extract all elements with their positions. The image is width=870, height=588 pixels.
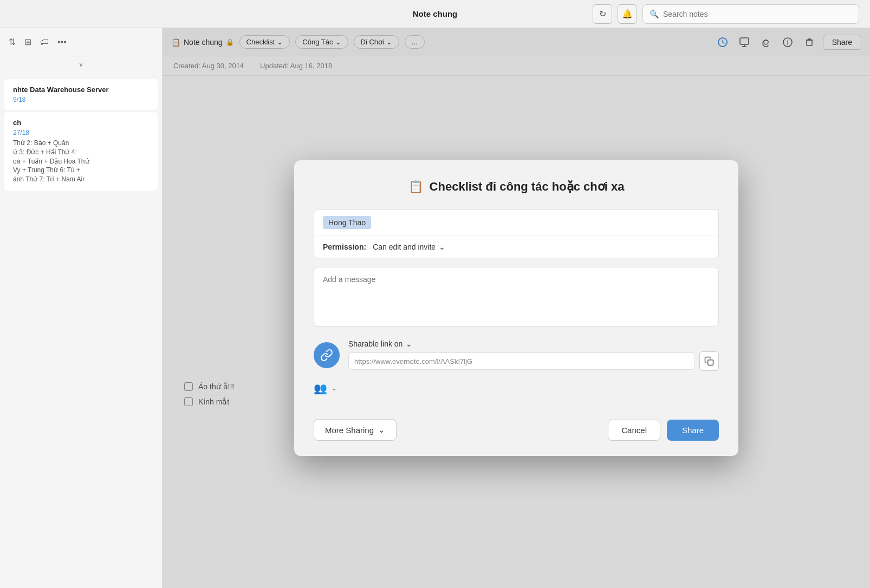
sidebar-toolbar: ⇅ ⊞ 🏷 ••• bbox=[0, 28, 162, 56]
svg-rect-6 bbox=[708, 360, 713, 365]
more-sharing-label: More Sharing bbox=[325, 426, 374, 435]
link-icon bbox=[320, 349, 333, 362]
title-bar: Note chung ↻ 🔔 🔍 bbox=[0, 0, 870, 28]
collapse-button[interactable]: ∨ bbox=[0, 56, 162, 73]
permission-chevron-icon: ⌄ bbox=[439, 243, 445, 251]
modal-footer: More Sharing ⌄ Cancel Share bbox=[314, 408, 719, 441]
more-icon[interactable]: ••• bbox=[57, 37, 67, 47]
message-textarea[interactable] bbox=[314, 267, 719, 326]
note-item-title: ch bbox=[13, 119, 149, 127]
list-item[interactable]: nhte Data Warehouse Server 9/18 bbox=[4, 79, 158, 110]
modal-overlay: 📋 Checklist đi công tác hoặc chơi xa Hon… bbox=[163, 28, 870, 588]
sidebar-content: nhte Data Warehouse Server 9/18 ch 27/18… bbox=[0, 73, 162, 588]
recipient-input-row: Hong Thao bbox=[314, 210, 718, 236]
bell-button[interactable]: 🔔 bbox=[618, 4, 637, 24]
link-icon-circle bbox=[314, 342, 340, 368]
link-url-input[interactable] bbox=[348, 352, 695, 370]
link-content: Sharable link on ⌄ bbox=[348, 339, 719, 371]
more-sharing-button[interactable]: More Sharing ⌄ bbox=[314, 419, 397, 441]
link-copy-button[interactable] bbox=[699, 351, 719, 371]
content-area: 📋 Note chung 🔒 Checklist ⌄ Công Tác ⌄ Đi… bbox=[163, 28, 870, 588]
people-chevron-icon: ⌄ bbox=[332, 384, 337, 392]
recipient-name: Hong Thao bbox=[328, 218, 366, 227]
footer-right: Cancel Share bbox=[608, 420, 719, 441]
note-item-date: 27/18 bbox=[13, 129, 149, 136]
modal-title: 📋 Checklist đi công tác hoặc chơi xa bbox=[314, 180, 719, 194]
link-chevron-icon: ⌄ bbox=[406, 339, 412, 348]
title-bar-right: ↻ 🔔 🔍 bbox=[593, 4, 859, 24]
search-container[interactable]: 🔍 bbox=[642, 4, 859, 24]
recipient-tag[interactable]: Hong Thao bbox=[323, 216, 371, 229]
sync-button[interactable]: ↻ bbox=[593, 4, 612, 24]
link-label[interactable]: Sharable link on ⌄ bbox=[348, 339, 719, 348]
modal-title-icon: 📋 bbox=[408, 180, 423, 194]
permission-row: Permission: Can edit and invite ⌄ bbox=[314, 236, 718, 258]
share-submit-button[interactable]: Share bbox=[667, 420, 719, 441]
note-item-title: nhte Data Warehouse Server bbox=[13, 86, 149, 94]
link-section: Sharable link on ⌄ bbox=[314, 339, 719, 371]
permission-dropdown[interactable]: Can edit and invite ⌄ bbox=[373, 243, 445, 251]
people-icon: 👥 bbox=[314, 382, 327, 395]
search-icon: 🔍 bbox=[650, 10, 659, 18]
share-modal: 📋 Checklist đi công tác hoặc chơi xa Hon… bbox=[294, 160, 738, 456]
modal-title-text: Checklist đi công tác hoặc chơi xa bbox=[430, 180, 625, 194]
recipient-section: Hong Thao Permission: Can edit and invit… bbox=[314, 209, 719, 258]
note-item-date: 9/18 bbox=[13, 96, 149, 103]
window-title: Note chung bbox=[413, 9, 458, 18]
sort-icon[interactable]: ⇅ bbox=[9, 37, 16, 47]
columns-icon[interactable]: ⊞ bbox=[24, 37, 31, 47]
recipient-input[interactable] bbox=[375, 218, 710, 227]
copy-icon bbox=[704, 356, 714, 366]
cancel-button[interactable]: Cancel bbox=[608, 420, 660, 441]
tag-icon[interactable]: 🏷 bbox=[40, 37, 49, 47]
permission-label: Permission: bbox=[323, 243, 366, 251]
search-input[interactable] bbox=[663, 10, 852, 18]
more-sharing-chevron-icon: ⌄ bbox=[378, 425, 385, 435]
people-row[interactable]: 👥 ⌄ bbox=[314, 382, 719, 395]
main-layout: ⇅ ⊞ 🏷 ••• ∨ nhte Data Warehouse Server 9… bbox=[0, 28, 870, 588]
note-item-preview: Thứ 2: Bảo + Quânứ 3: Đức + Hải Thứ 4:oa… bbox=[13, 139, 149, 184]
link-label-text: Sharable link on bbox=[348, 339, 402, 348]
chevron-down-icon: ∨ bbox=[79, 61, 83, 68]
permission-value: Can edit and invite bbox=[373, 243, 436, 251]
link-url-row bbox=[348, 351, 719, 371]
list-item[interactable]: ch 27/18 Thứ 2: Bảo + Quânứ 3: Đức + Hải… bbox=[4, 112, 158, 191]
sidebar: ⇅ ⊞ 🏷 ••• ∨ nhte Data Warehouse Server 9… bbox=[0, 28, 163, 588]
